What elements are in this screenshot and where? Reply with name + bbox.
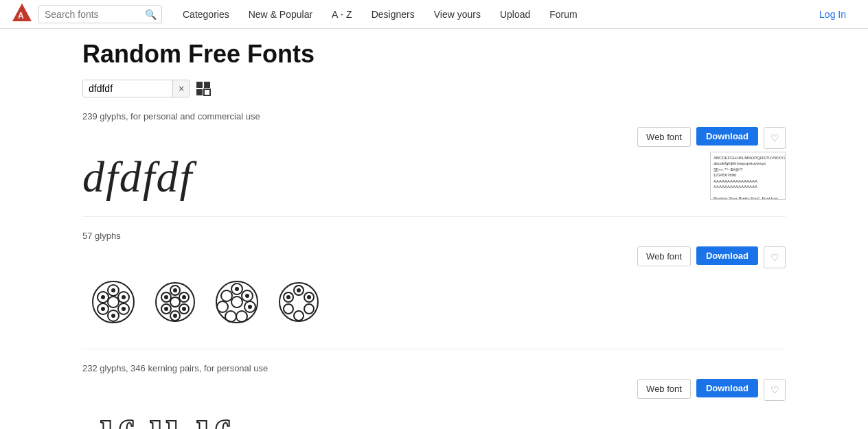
svg-point-55 — [308, 296, 310, 299]
search-input[interactable] — [39, 6, 141, 23]
search-button[interactable]: 🔍 — [141, 6, 161, 23]
font-small-preview: ABCDEFGHIJKLMNOPQRSTUVWXYZ abcdefghijklm… — [710, 152, 786, 200]
nav-new-popular[interactable]: New & Popular — [239, 0, 322, 29]
svg-rect-5 — [204, 89, 210, 95]
favorite-button[interactable]: ♡ — [764, 379, 786, 401]
svg-point-41 — [217, 301, 228, 312]
svg-rect-4 — [196, 89, 203, 95]
logo[interactable]: A — [11, 2, 33, 26]
svg-point-17 — [122, 308, 125, 310]
search-bar: 🔍 — [38, 5, 162, 23]
font-entry: 57 glyphs Web font Download ♡ — [82, 231, 786, 349]
filter-input[interactable] — [83, 80, 172, 97]
download-button[interactable]: Download — [696, 246, 758, 265]
login-button[interactable]: Log In — [808, 9, 857, 20]
header: A 🔍 Categories New & Popular A - Z Desig… — [0, 0, 868, 29]
svg-text:dfdldf: dfdldf — [86, 411, 231, 429]
main-nav: Categories New & Popular A - Z Designers… — [173, 0, 587, 29]
svg-point-15 — [112, 289, 115, 292]
nav-categories[interactable]: Categories — [173, 0, 239, 29]
nav-forum[interactable]: Forum — [540, 0, 586, 29]
font-entry: 239 glyphs, for personal and commercial … — [82, 111, 786, 217]
svg-point-44 — [246, 294, 249, 297]
svg-point-50 — [304, 304, 314, 314]
download-button[interactable]: Download — [696, 127, 758, 146]
font-preview — [82, 271, 786, 335]
font-preview: dfdldf — [82, 404, 786, 429]
filter-input-wrapper: × — [82, 80, 190, 97]
nav-designers[interactable]: Designers — [362, 0, 424, 29]
font-meta: 239 glyphs, for personal and commercial … — [82, 111, 786, 121]
svg-point-51 — [294, 311, 304, 321]
web-font-button[interactable]: Web font — [637, 379, 691, 399]
svg-point-19 — [102, 308, 104, 310]
layout-icon[interactable] — [196, 81, 211, 96]
web-font-button[interactable]: Web font — [637, 127, 691, 147]
svg-point-33 — [165, 308, 168, 310]
page-title: Random Free Fonts — [82, 40, 786, 69]
favorite-button[interactable]: ♡ — [764, 246, 786, 268]
nav-view-yours[interactable]: View yours — [424, 0, 490, 29]
svg-point-31 — [183, 308, 185, 310]
svg-point-52 — [284, 304, 293, 314]
font-actions-row: Web font Download ♡ — [82, 379, 786, 401]
font-entry: 232 glyphs, 346 kerning pairs, for perso… — [82, 363, 786, 429]
svg-point-30 — [183, 296, 185, 299]
svg-point-32 — [174, 314, 176, 317]
svg-point-27 — [170, 297, 180, 307]
svg-point-14 — [102, 296, 104, 299]
font-sample-svg — [82, 271, 371, 333]
font-actions-row: Web font Download ♡ — [82, 246, 786, 268]
font-sample-svg: dfdldf — [82, 404, 371, 429]
favorite-button[interactable]: ♡ — [764, 127, 786, 149]
svg-point-42 — [231, 297, 242, 308]
svg-rect-2 — [196, 82, 203, 88]
svg-point-43 — [236, 288, 238, 290]
font-actions-row: Web font Download ♡ — [82, 127, 786, 149]
filter-bar: × — [82, 80, 786, 97]
font-meta: 57 glyphs — [82, 231, 786, 241]
font-preview-row: dfdldf — [82, 404, 786, 429]
svg-point-39 — [236, 311, 247, 322]
svg-point-18 — [112, 314, 115, 317]
nav-upload[interactable]: Upload — [490, 0, 540, 29]
svg-point-28 — [165, 296, 168, 299]
svg-point-45 — [249, 305, 251, 308]
font-preview-row: dfdfdf ABCDEFGHIJKLMNOPQRSTUVWXYZ abcdef… — [82, 152, 786, 202]
font-preview: dfdfdf — [82, 152, 710, 202]
svg-point-40 — [225, 311, 236, 322]
svg-point-54 — [297, 289, 300, 292]
font-meta: 232 glyphs, 346 kerning pairs, for perso… — [82, 363, 786, 373]
svg-text:A: A — [18, 11, 24, 21]
svg-point-29 — [174, 289, 176, 292]
svg-point-53 — [287, 296, 290, 299]
download-button[interactable]: Download — [696, 379, 758, 397]
main-content: Random Free Fonts × 239 glyphs, for pers… — [0, 29, 868, 429]
nav-a-z[interactable]: A - Z — [322, 0, 362, 29]
font-preview-row — [82, 271, 786, 335]
svg-rect-3 — [204, 82, 210, 88]
filter-clear-button[interactable]: × — [172, 80, 190, 97]
web-font-button[interactable]: Web font — [637, 246, 691, 266]
font-sample-text: dfdfdf — [82, 152, 193, 201]
svg-point-16 — [122, 296, 125, 299]
svg-point-13 — [108, 297, 119, 308]
svg-point-35 — [221, 290, 232, 301]
